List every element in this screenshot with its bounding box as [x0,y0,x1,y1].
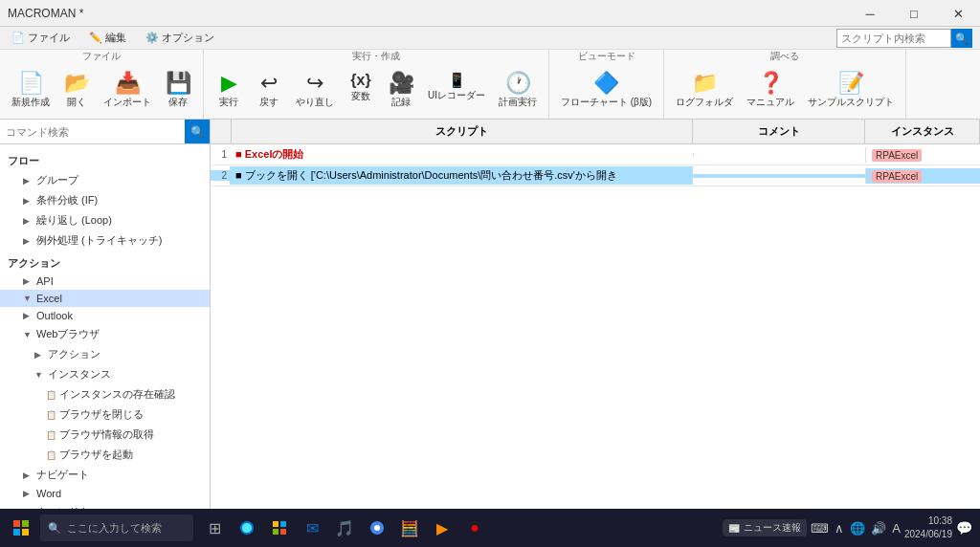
ribbon-open-label: 開く [67,96,86,109]
ribbon-schedule[interactable]: 🕐 計画実行 [493,71,543,111]
ribbon-ui-recorder-label: UIレコーダー [428,89,485,102]
ribbon-schedule-label: 計画実行 [499,96,537,109]
ribbon-flowchart[interactable]: 🔷 フローチャート (β版) [555,71,657,111]
ribbon-vars[interactable]: {x} 変数 [342,71,380,105]
sidebar-item-start-browser[interactable]: 📋 ブラウザを起動 [0,445,210,465]
ribbon-run-label: 実行・作成 [208,48,545,67]
ribbon-group-view: ビューモード 🔷 フローチャート (β版) [549,50,664,119]
webbrowser-arrow: ▼ [23,330,33,339]
ribbon-group-file: ファイル 📄 新規作成 📂 開く 📥 インポート 💾 保存 [0,50,204,119]
ribbon-ui-recorder[interactable]: 📱 UIレコーダー [422,71,491,104]
actions-arrow: ▶ [34,350,44,360]
ribbon-examine-label: 調べる [668,48,902,67]
taskbar-vlc-icon[interactable]: ▶ [427,513,457,543]
taskbar-chrome-icon[interactable] [362,513,392,543]
ribbon-import[interactable]: 📥 インポート [98,71,157,111]
taskbar-edge-icon[interactable] [232,513,262,543]
ribbon-groups: ファイル 📄 新規作成 📂 開く 📥 インポート 💾 保存 [0,50,980,119]
sidebar-search-bar: 🔍 [0,120,210,144]
taskbar-news[interactable]: 📰 ニュース速報 [723,519,807,536]
taskbar-game-icon[interactable]: ● [459,513,490,543]
sidebar-item-check-instance[interactable]: 📋 インスタンスの存在確認 [0,384,210,405]
script-search-button[interactable]: 🔍 [951,29,972,48]
taskbar-clock[interactable]: 10:38 2024/06/19 [904,514,952,541]
ribbon-open[interactable]: 📂 開く [57,71,96,111]
sidebar-item-close-browser[interactable]: 📋 ブラウザを閉じる [0,405,210,425]
sidebar-item-webbrowser-label: Webブラウザ [36,327,100,341]
sys-tray: ⌨ ∧ 🌐 🔊 A [811,521,901,536]
start-button[interactable] [4,511,38,545]
taskbar-explorer-icon[interactable] [264,513,295,543]
ribbon-sample-label: サンプルスクリプト [808,96,894,109]
sidebar-item-navigate[interactable]: ▶ ナビゲート [0,465,210,485]
tray-arrow[interactable]: ∧ [835,521,844,536]
svg-point-9 [374,525,380,531]
ribbon-manual[interactable]: ❓ マニュアル [741,71,800,111]
navigate-arrow: ▶ [23,470,33,480]
script-content-2: ■ ブックを開く ['C:\Users\Administrator\Docume… [230,166,693,185]
sidebar-item-trycatch[interactable]: ▶ 例外処理 (トライキャッチ) [0,230,210,251]
start-browser-icon: 📋 [46,450,56,460]
script-area: スクリプト コメント インスタンス 1 ■ Excelの開始 RPAExcel … [211,120,980,515]
ribbon-sample[interactable]: 📝 サンプルスクリプト [802,71,900,111]
sidebar-search-input[interactable] [0,120,185,143]
sidebar-item-api[interactable]: ▶ API [0,273,210,290]
ribbon-record-label: 記録 [391,96,411,109]
close-browser-icon: 📋 [46,410,56,420]
sidebar-item-browser-info[interactable]: 📋 ブラウザ情報の取得 [0,425,210,445]
ribbon-redo[interactable]: ↪ やり直し [290,71,340,111]
sidebar-item-outlook[interactable]: ▶ Outlook [0,307,210,324]
script-comment-1 [693,153,865,157]
outlook-arrow: ▶ [23,311,33,320]
sidebar-search-button[interactable]: 🔍 [185,120,210,143]
menu-edit[interactable]: ✏️ 編集 [81,29,134,47]
sidebar-item-actions[interactable]: ▶ アクション [0,344,210,364]
ribbon-import-label: インポート [103,96,151,109]
ribbon-record[interactable]: 🎥 記録 [382,71,420,111]
manual-icon: ❓ [758,73,784,94]
minimize-button[interactable]: ─ [848,0,892,27]
sidebar-item-group[interactable]: ▶ グループ [0,170,210,190]
sidebar: 🔍 フロー ▶ グループ ▶ 条件分岐 (IF) ▶ 繰り返し (Loop) ▶… [0,120,211,515]
ribbon-new-label: 新規作成 [11,96,50,109]
sidebar-item-word[interactable]: ▶ Word [0,485,210,502]
sidebar-item-loop[interactable]: ▶ 繰り返し (Loop) [0,210,210,230]
taskbar-view-icon[interactable]: ⊞ [199,513,230,543]
script-row-1[interactable]: 1 ■ Excelの開始 RPAExcel [211,144,980,165]
sidebar-item-check-instance-label: インスタンスの存在確認 [59,387,175,402]
action-section-title: アクション [0,251,210,273]
taskbar-calc-icon[interactable]: 🧮 [394,513,425,543]
ribbon-save[interactable]: 💾 保存 [159,71,197,111]
svg-rect-0 [13,520,20,527]
menu-file[interactable]: 📄 ファイル [4,29,78,47]
script-col-comment: コメント [693,120,865,143]
sidebar-item-actions-label: アクション [48,347,100,361]
sidebar-item-condition[interactable]: ▶ 条件分岐 (IF) [0,190,210,210]
script-content-1: ■ Excelの開始 [230,145,693,164]
loop-arrow: ▶ [23,216,33,226]
taskbar-music-icon[interactable]: 🎵 [329,513,360,543]
taskbar-mail-icon[interactable]: ✉ [297,513,327,543]
sidebar-item-excel[interactable]: ▼ Excel [0,290,210,307]
script-search-input[interactable] [836,29,951,48]
notification-icon[interactable]: 💬 [956,520,972,536]
sidebar-item-navigate-label: ナビゲート [36,468,89,482]
sidebar-item-webbrowser[interactable]: ▼ Webブラウザ [0,324,210,344]
taskbar-search-bar[interactable]: 🔍 ここに入力して検索 [40,514,193,541]
log-folder-icon: 📁 [692,73,718,94]
script-row-2[interactable]: 2 ■ ブックを開く ['C:\Users\Administrator\Docu… [211,165,980,186]
ribbon-log-folder-label: ログフォルダ [676,96,733,109]
ribbon-run[interactable]: ▶ 実行 [210,71,248,111]
ribbon-new[interactable]: 📄 新規作成 [6,71,56,111]
script-header: スクリプト コメント インスタンス [211,120,980,144]
maximize-button[interactable]: □ [892,0,936,27]
ribbon-log-folder[interactable]: 📁 ログフォルダ [670,71,739,111]
menu-edit-label: 編集 [105,31,126,45]
ribbon-undo[interactable]: ↩ 戻す [250,71,288,111]
close-button[interactable]: ✕ [936,0,980,27]
svg-rect-6 [273,529,278,535]
ribbon-manual-label: マニュアル [746,96,794,109]
menu-options[interactable]: ⚙️ オプション [138,29,222,47]
sidebar-item-instances[interactable]: ▼ インスタンス [0,364,210,384]
instance-badge-1: RPAExcel [872,149,922,162]
